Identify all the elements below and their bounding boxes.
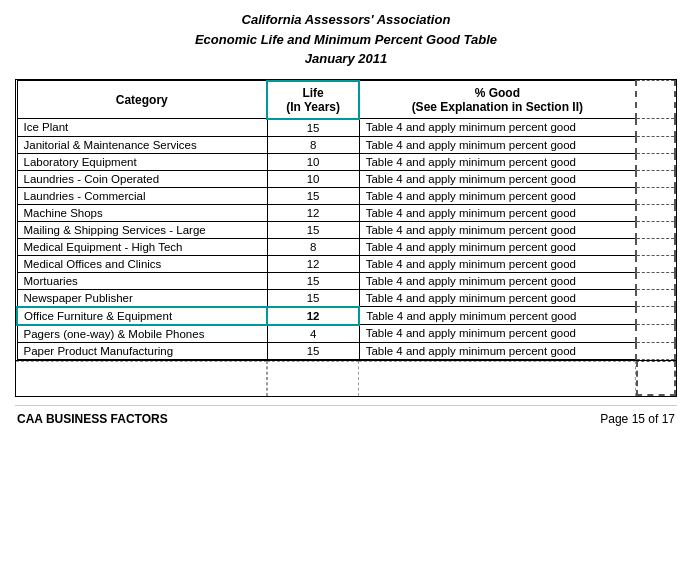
table-row-extra [636,221,676,238]
table-row-category: Mortuaries [17,272,267,289]
page-header: California Assessors' Association Econom… [15,10,677,69]
data-table: Category Life (In Years) % Good (See Exp… [16,80,676,360]
table-row-extra [636,170,676,187]
table-row-category: Medical Offices and Clinics [17,255,267,272]
table-row-life: 15 [267,221,359,238]
table-row-good: Table 4 and apply minimum percent good [359,325,635,343]
table-row-good: Table 4 and apply minimum percent good [359,238,635,255]
header-line3: January 2011 [15,49,677,69]
table-row-category: Laundries - Commercial [17,187,267,204]
col-header-category: Category [17,81,267,119]
table-row-extra [636,204,676,221]
header-line1: California Assessors' Association [15,10,677,30]
table-row-life: 12 [267,307,359,325]
table-row-extra [636,238,676,255]
table-row-category: Laboratory Equipment [17,153,267,170]
table-row-good: Table 4 and apply minimum percent good [359,307,635,325]
footer: CAA BUSINESS FACTORS Page 15 of 17 [15,405,677,428]
table-row-life: 8 [267,238,359,255]
table-row-category: Mailing & Shipping Services - Large [17,221,267,238]
header-line2: Economic Life and Minimum Percent Good T… [15,30,677,50]
table-row-good: Table 4 and apply minimum percent good [359,170,635,187]
main-table-wrapper: Category Life (In Years) % Good (See Exp… [15,79,677,361]
table-row-life: 8 [267,136,359,153]
table-row-good: Table 4 and apply minimum percent good [359,221,635,238]
table-row-extra [636,342,676,359]
table-row-good: Table 4 and apply minimum percent good [359,255,635,272]
table-row-extra [636,307,676,325]
table-row-good: Table 4 and apply minimum percent good [359,153,635,170]
table-row-extra [636,187,676,204]
table-row-category: Janitorial & Maintenance Services [17,136,267,153]
footer-left-text: CAA BUSINESS FACTORS [17,412,168,426]
table-row-good: Table 4 and apply minimum percent good [359,136,635,153]
table-row-category: Medical Equipment - High Tech [17,238,267,255]
table-row-good: Table 4 and apply minimum percent good [359,204,635,221]
table-row-extra [636,119,676,137]
table-row-life: 12 [267,255,359,272]
table-row-extra [636,272,676,289]
col-header-life: Life (In Years) [267,81,359,119]
table-row-life: 15 [267,272,359,289]
table-row-good: Table 4 and apply minimum percent good [359,187,635,204]
table-row-extra [636,325,676,343]
table-row-category: Pagers (one-way) & Mobile Phones [17,325,267,343]
table-row-life: 15 [267,289,359,307]
table-row-category: Machine Shops [17,204,267,221]
col-header-good: % Good (See Explanation in Section II) [359,81,635,119]
footer-right-text: Page 15 of 17 [600,412,675,426]
table-row-good: Table 4 and apply minimum percent good [359,272,635,289]
table-row-extra [636,153,676,170]
table-row-life: 15 [267,342,359,359]
table-row-category: Ice Plant [17,119,267,137]
table-row-category: Paper Product Manufacturing [17,342,267,359]
col-header-extra [636,81,676,119]
table-row-good: Table 4 and apply minimum percent good [359,289,635,307]
table-row-life: 10 [267,170,359,187]
table-row-extra [636,136,676,153]
table-row-good: Table 4 and apply minimum percent good [359,119,635,137]
table-row-extra [636,289,676,307]
table-row-life: 15 [267,119,359,137]
table-row-category: Newspaper Publisher [17,289,267,307]
table-row-life: 4 [267,325,359,343]
table-row-life: 12 [267,204,359,221]
table-row-good: Table 4 and apply minimum percent good [359,342,635,359]
table-row-category: Office Furniture & Equipment [17,307,267,325]
table-row-extra [636,255,676,272]
table-row-category: Laundries - Coin Operated [17,170,267,187]
table-row-life: 15 [267,187,359,204]
table-row-life: 10 [267,153,359,170]
